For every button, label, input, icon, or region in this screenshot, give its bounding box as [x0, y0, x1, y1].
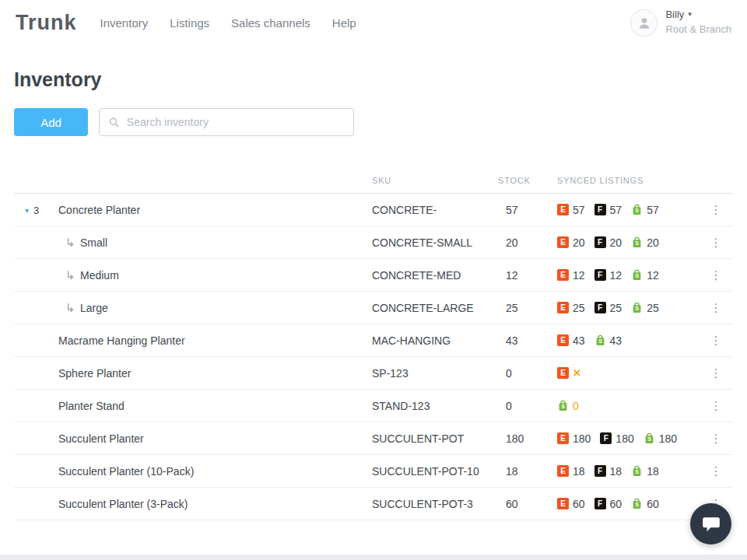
nav-item-help[interactable]: Help: [332, 16, 356, 30]
listing-count: 57: [647, 204, 659, 216]
search-input[interactable]: [127, 116, 344, 128]
row-actions-cell: ⋮: [699, 462, 733, 480]
row-menu-button[interactable]: ⋮: [706, 429, 727, 447]
table-header-row: SKU STOCK SYNCED LISTINGS: [14, 167, 733, 194]
nav-item-sales-channels[interactable]: Sales channels: [231, 16, 310, 30]
row-menu-button[interactable]: ⋮: [706, 233, 727, 251]
synced-listings-cell: S0: [557, 400, 699, 412]
header-sku: SKU: [372, 176, 498, 185]
item-name: Small: [80, 236, 107, 249]
faire-icon: F: [594, 204, 606, 215]
item-stock: 18: [498, 465, 557, 478]
row-menu-button[interactable]: ⋮: [706, 397, 727, 415]
caret-down-icon: ▾: [25, 205, 29, 214]
user-name: Billy: [665, 9, 684, 21]
listing-count: 0: [573, 400, 579, 412]
shopify-icon: S: [644, 432, 655, 444]
etsy-icon: E: [557, 432, 569, 444]
item-sku: CONCRETE-MED: [372, 269, 498, 282]
faire-listing: F12: [594, 269, 622, 282]
etsy-icon: E: [557, 269, 569, 281]
item-sku: SUCCULENT-POT: [372, 432, 498, 445]
row-menu-button[interactable]: ⋮: [706, 462, 727, 480]
item-name-cell: ▾ ↳ Macrame Hanging Planter: [14, 324, 372, 356]
row-actions-cell: ⋮: [699, 364, 733, 382]
listing-count: 12: [610, 269, 622, 282]
row-actions-cell: ⋮: [699, 429, 733, 447]
user-menu[interactable]: Billy ▾ Root & Branch: [630, 9, 731, 37]
variant-arrow-icon: ↳: [65, 236, 75, 250]
row-menu-button[interactable]: ⋮: [706, 299, 727, 317]
row-menu-button[interactable]: ⋮: [706, 331, 727, 349]
item-stock: 60: [498, 498, 557, 510]
listing-count: 180: [573, 432, 591, 445]
shopify-icon: S: [557, 400, 569, 411]
svg-text:S: S: [635, 502, 639, 507]
svg-text:S: S: [635, 306, 639, 311]
faire-listing: F180: [600, 432, 633, 445]
faire-listing: F20: [594, 236, 622, 249]
item-stock: 12: [498, 269, 557, 282]
synced-listings-cell: E18F18S18: [557, 465, 699, 478]
add-button[interactable]: Add: [14, 108, 88, 136]
svg-text:S: S: [647, 436, 651, 442]
etsy-icon: E: [557, 204, 569, 215]
table-row[interactable]: ▾ ↳ Macrame Hanging Planter MAC-HANGING …: [14, 324, 733, 357]
listing-count: 20: [647, 236, 659, 249]
synced-listings-cell: E25F25S25: [557, 302, 699, 314]
item-stock: 0: [498, 400, 557, 412]
item-name: Succulent Planter (3-Pack): [58, 498, 188, 510]
item-stock: 0: [498, 367, 557, 380]
faire-icon: F: [594, 236, 606, 248]
item-name-cell: ▾ ↳ Small: [14, 226, 372, 258]
row-menu-button[interactable]: ⋮: [706, 266, 727, 284]
top-navbar: Trunk Inventory Listings Sales channels …: [0, 0, 747, 45]
person-icon: [637, 15, 652, 30]
table-row[interactable]: ▾ 3 ↳ Concrete Planter CONCRETE- 57 E57F…: [14, 194, 733, 226]
svg-text:S: S: [598, 338, 602, 344]
item-stock: 57: [498, 204, 557, 216]
faire-listing: F18: [594, 465, 622, 478]
listing-count: 60: [647, 498, 659, 510]
item-name: Large: [80, 302, 108, 314]
nav-item-inventory[interactable]: Inventory: [100, 16, 149, 30]
listing-count: ✕: [573, 367, 581, 379]
item-sku: CONCRETE-LARGE: [372, 302, 498, 314]
etsy-listing: E180: [557, 432, 591, 445]
table-body: ▾ 3 ↳ Concrete Planter CONCRETE- 57 E57F…: [14, 194, 733, 520]
table-row[interactable]: ▾ ↳ Succulent Planter (10-Pack) SUCCULEN…: [14, 455, 733, 488]
item-stock: 180: [498, 432, 557, 445]
faire-icon: F: [600, 432, 612, 444]
listing-count: 18: [647, 465, 659, 478]
listing-count: 57: [573, 204, 585, 216]
brand-logo[interactable]: Trunk: [16, 11, 77, 35]
etsy-listing: E57: [557, 204, 585, 216]
user-text: Billy ▾ Root & Branch: [665, 9, 731, 37]
svg-text:S: S: [635, 469, 639, 474]
item-name: Planter Stand: [58, 400, 124, 412]
item-sku: CONCRETE-: [372, 204, 498, 216]
faire-icon: F: [594, 498, 606, 509]
shopify-listing: S180: [644, 432, 677, 445]
table-row[interactable]: ▾ ↳ Large CONCRETE-LARGE 25 E25F25S25 ⋮: [14, 292, 733, 324]
synced-listings-cell: E12F12S12: [557, 269, 699, 282]
row-menu-button[interactable]: ⋮: [706, 201, 727, 219]
listing-count: 25: [573, 302, 585, 314]
nav-item-listings[interactable]: Listings: [170, 16, 209, 30]
faire-listing: F57: [594, 204, 622, 216]
table-row[interactable]: ▾ ↳ Medium CONCRETE-MED 12 E12F12S12 ⋮: [14, 259, 733, 292]
svg-text:S: S: [561, 404, 565, 409]
table-row[interactable]: ▾ ↳ Planter Stand STAND-123 0 S0 ⋮: [14, 390, 733, 422]
table-row[interactable]: ▾ ↳ Succulent Planter (3-Pack) SUCCULENT…: [14, 488, 733, 520]
table-row[interactable]: ▾ ↳ Succulent Planter SUCCULENT-POT 180 …: [14, 422, 733, 455]
expander-toggle[interactable]: ▾ 3: [25, 204, 39, 215]
table-row[interactable]: ▾ ↳ Sphere Planter SP-123 0 E✕ ⋮: [14, 357, 733, 390]
item-sku: SP-123: [372, 367, 498, 380]
item-name-cell: ▾ ↳ Sphere Planter: [14, 357, 372, 389]
item-name: Sphere Planter: [58, 367, 131, 380]
row-menu-button[interactable]: ⋮: [706, 364, 727, 382]
etsy-listing: E✕: [557, 367, 581, 379]
intercom-launcher-button[interactable]: [690, 503, 731, 544]
listing-count: 43: [573, 334, 585, 347]
table-row[interactable]: ▾ ↳ Small CONCRETE-SMALL 20 E20F20S20 ⋮: [14, 226, 733, 259]
